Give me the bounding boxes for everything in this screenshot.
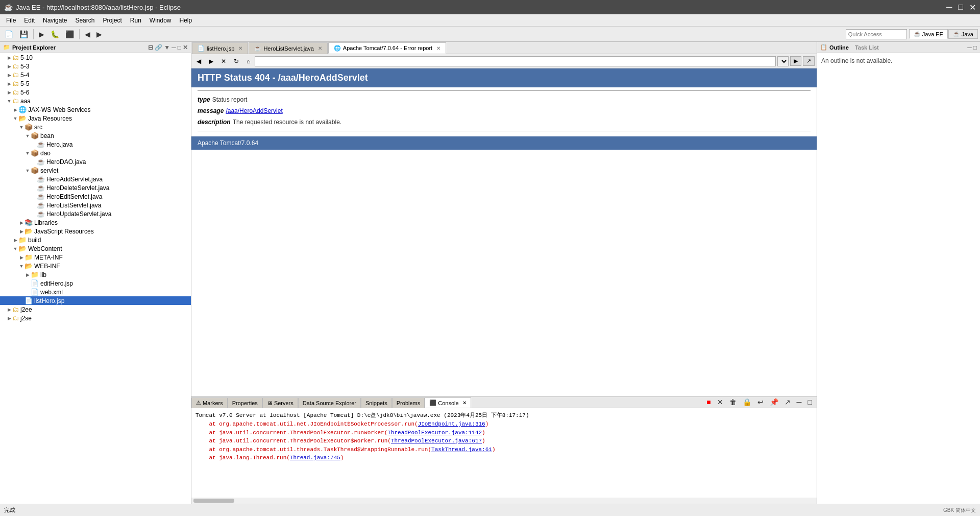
- tree-item-js-resources[interactable]: ▶ 📂 JavaScript Resources: [0, 227, 191, 236]
- tree-item-j2ee[interactable]: ▶ 🗂 j2ee: [0, 305, 191, 314]
- menu-project[interactable]: Project: [99, 16, 126, 25]
- tree-item-lib[interactable]: ▶ 📁 lib: [0, 270, 191, 279]
- link-editor-icon[interactable]: 🔗: [155, 44, 162, 51]
- tree-item-meta-inf[interactable]: ▶ 📁 META-INF: [0, 253, 191, 262]
- menu-file[interactable]: File: [2, 16, 20, 25]
- browser-open-external-button[interactable]: ↗: [803, 56, 815, 66]
- tree-item-5-6[interactable]: ▶ 🗂 5-6: [0, 88, 191, 97]
- tree-item-web-inf[interactable]: ▼ 📂 WEB-INF: [0, 262, 191, 270]
- tab-console[interactable]: ⬛ Console ✕: [425, 397, 471, 408]
- forward-nav-button[interactable]: ▶: [94, 29, 105, 40]
- remove-console-button[interactable]: ✕: [715, 396, 726, 408]
- quick-access-input[interactable]: [846, 29, 907, 39]
- tree-item-5-5[interactable]: ▶ 🗂 5-5: [0, 79, 191, 88]
- tab-tomcat-error[interactable]: 🌐 Apache Tomcat/7.0.64 - Error report ✕: [328, 42, 446, 54]
- word-wrap-button[interactable]: ↩: [755, 396, 766, 408]
- save-button[interactable]: 💾: [17, 29, 31, 40]
- tree-item-5-10[interactable]: ▶ 🗂 5-10: [0, 53, 191, 62]
- tree-item-5-4[interactable]: ▶ 🗂 5-4: [0, 71, 191, 79]
- minimize-panel-icon[interactable]: ─: [172, 44, 176, 51]
- new-button[interactable]: 📄: [2, 29, 16, 40]
- console-link-2[interactable]: ThreadPoolExecutor.java:1142: [387, 430, 482, 436]
- tree-item-web-xml[interactable]: 📄 web.xml: [0, 288, 191, 296]
- tab-close-icon[interactable]: ✕: [318, 45, 322, 51]
- horizontal-scrollbar[interactable]: [191, 498, 817, 504]
- tree-item-libraries[interactable]: ▶ 📚 Libraries: [0, 218, 191, 227]
- maximize-button[interactable]: □: [958, 3, 963, 12]
- tree-item-heroedit-java[interactable]: ☕ HeroEditServlet.java: [0, 192, 191, 201]
- console-close-icon[interactable]: ✕: [462, 400, 467, 406]
- tree-item-hero-java[interactable]: ☕ Hero.java: [0, 140, 191, 149]
- browser-stop-button[interactable]: ✕: [218, 56, 229, 66]
- minimize-button[interactable]: ─: [946, 3, 952, 12]
- menu-window[interactable]: Window: [145, 16, 176, 25]
- tree-item-src[interactable]: ▼ 📦 src: [0, 123, 191, 131]
- tree-item-herodelete-java[interactable]: ☕ HeroDeleteServlet.java: [0, 183, 191, 192]
- tree-item-listhero-jsp[interactable]: 📄 listHero.jsp: [0, 296, 191, 305]
- browser-refresh-button[interactable]: ↻: [231, 56, 242, 66]
- back-nav-button[interactable]: ◀: [82, 29, 93, 40]
- browser-url-dropdown[interactable]: [777, 56, 789, 66]
- tree-item-bean[interactable]: ▼ 📦 bean: [0, 131, 191, 140]
- menu-help[interactable]: Help: [176, 16, 197, 25]
- close-button[interactable]: ✕: [969, 3, 976, 12]
- browser-home-button[interactable]: ⌂: [243, 56, 253, 66]
- javaee-perspective-button[interactable]: ☕ Java EE: [909, 29, 948, 39]
- console-link-1[interactable]: JIoEndpoint.java:316: [418, 421, 485, 427]
- tab-close-icon[interactable]: ✕: [238, 45, 242, 51]
- scroll-lock-button[interactable]: 🔒: [740, 396, 754, 408]
- menu-edit[interactable]: Edit: [20, 16, 39, 25]
- tab-listhero[interactable]: 📄 listHero.jsp ✕: [192, 42, 248, 54]
- tree-item-herodao-java[interactable]: ☕ HeroDAO.java: [0, 157, 191, 166]
- open-console-button[interactable]: ↗: [782, 396, 793, 408]
- tree-item-servlet[interactable]: ▼ 📦 servlet: [0, 166, 191, 175]
- panel-menu-icon[interactable]: ▼: [164, 44, 170, 51]
- run-button[interactable]: ▶: [36, 29, 47, 40]
- tab-datasource[interactable]: Data Source Explorer: [298, 397, 361, 408]
- tree-item-edithero-jsp[interactable]: 📄 editHero.jsp: [0, 279, 191, 288]
- collapse-all-icon[interactable]: ⊟: [148, 44, 153, 51]
- java-perspective-button[interactable]: ☕ Java: [948, 29, 978, 39]
- tab-servers[interactable]: 🖥 Servers: [262, 397, 298, 408]
- tab-herolistservlet[interactable]: ☕ HeroListServlet.java ✕: [249, 42, 327, 54]
- stop-button[interactable]: ⬛: [63, 29, 77, 40]
- menu-navigate[interactable]: Navigate: [39, 16, 71, 25]
- debug-button[interactable]: 🐛: [48, 29, 62, 40]
- tree-item-dao[interactable]: ▼ 📦 dao: [0, 149, 191, 157]
- window-controls[interactable]: ─ □ ✕: [946, 3, 976, 12]
- tree-item-j2se[interactable]: ▶ 🗂 j2se: [0, 314, 191, 322]
- pin-console-button[interactable]: 📌: [767, 396, 781, 408]
- browser-forward-button[interactable]: ▶: [206, 56, 216, 66]
- tree-item-heroupdate-java[interactable]: ☕ HeroUpdateServlet.java: [0, 209, 191, 218]
- console-link-3[interactable]: ThreadPoolExecutor.java:617: [391, 438, 482, 444]
- tree-item-webcontent[interactable]: ▼ 📂 WebContent: [0, 244, 191, 253]
- browser-url-input[interactable]: http://localhost:8080/aaa/HeroAddServlet: [255, 56, 776, 66]
- browser-back-button[interactable]: ◀: [193, 56, 204, 66]
- tree-item-build[interactable]: ▶ 📁 build: [0, 236, 191, 244]
- tab-snippets[interactable]: Snippets: [361, 397, 392, 408]
- hscroll-thumb[interactable]: [193, 499, 234, 503]
- tree-item-heroadd-java[interactable]: ☕ HeroAddServlet.java: [0, 175, 191, 183]
- tab-problems[interactable]: Problems: [392, 397, 425, 408]
- tree-item-herolist-java[interactable]: ☕ HeroListServlet.java: [0, 201, 191, 209]
- tree-item-5-3[interactable]: ▶ 🗂 5-3: [0, 62, 191, 71]
- tree-item-java-resources[interactable]: ▼ 📂 Java Resources: [0, 114, 191, 123]
- tab-properties[interactable]: Properties: [228, 397, 262, 408]
- console-link-5[interactable]: Thread.java:745: [290, 455, 340, 461]
- maximize-panel-icon[interactable]: □: [178, 44, 181, 51]
- tree-item-aaa[interactable]: ▼ 🗂 aaa: [0, 97, 191, 105]
- minimize-outline-icon[interactable]: ─: [967, 44, 972, 51]
- close-panel-icon[interactable]: ✕: [183, 44, 188, 51]
- menu-search[interactable]: Search: [71, 16, 99, 25]
- clear-console-button[interactable]: 🗑: [727, 396, 739, 408]
- stop-console-button[interactable]: ■: [704, 396, 713, 408]
- tab-close-icon[interactable]: ✕: [436, 45, 440, 51]
- maximize-outline-icon[interactable]: □: [973, 44, 977, 51]
- tree-item-jax-ws[interactable]: ▶ 🌐 JAX-WS Web Services: [0, 105, 191, 114]
- menu-run[interactable]: Run: [126, 16, 145, 25]
- browser-go-button[interactable]: ▶: [790, 56, 801, 66]
- maximize-bottom-button[interactable]: □: [805, 396, 815, 408]
- tab-markers[interactable]: ⚠ Markers: [191, 397, 228, 408]
- minimize-bottom-button[interactable]: ─: [794, 396, 804, 408]
- console-link-4[interactable]: TaskThread.java:61: [431, 447, 492, 453]
